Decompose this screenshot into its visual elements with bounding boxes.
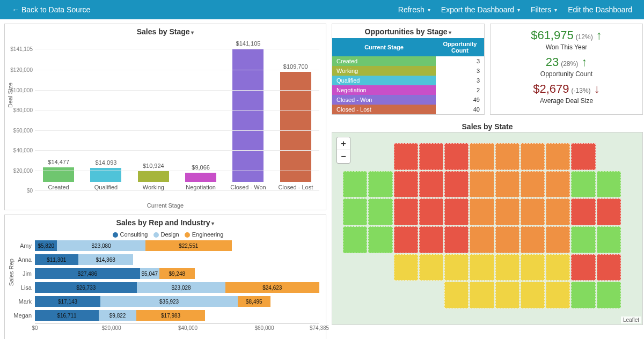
state-region[interactable]: [419, 226, 443, 253]
chart-title[interactable]: Sales by Rep and Industry: [5, 215, 326, 229]
state-region[interactable]: [495, 226, 519, 253]
state-region[interactable]: [597, 226, 621, 253]
state-region[interactable]: [470, 226, 494, 253]
state-region[interactable]: [571, 171, 595, 198]
state-region[interactable]: [343, 171, 367, 198]
state-region[interactable]: [571, 282, 595, 308]
bar-segment[interactable]: $23,080: [57, 240, 145, 251]
state-region[interactable]: [444, 198, 469, 225]
state-region[interactable]: [470, 254, 494, 281]
state-region[interactable]: [394, 254, 418, 281]
state-region[interactable]: [368, 171, 392, 198]
bar-segment[interactable]: $11,301: [35, 254, 78, 265]
state-region[interactable]: [597, 254, 621, 281]
filters-menu[interactable]: Filters: [525, 5, 562, 14]
state-region[interactable]: [343, 198, 367, 225]
state-region[interactable]: [521, 282, 545, 308]
edit-dashboard-link[interactable]: Edit the Dashboard: [562, 5, 638, 14]
state-region[interactable]: [470, 143, 494, 170]
chart-title[interactable]: Sales by Stage: [5, 24, 326, 38]
state-region[interactable]: [495, 171, 519, 198]
bar-segment[interactable]: $24,623: [225, 282, 319, 293]
bar-segment[interactable]: $8,495: [238, 296, 270, 307]
state-region[interactable]: [521, 254, 545, 281]
bar-segment[interactable]: $23,028: [137, 282, 225, 293]
bar-segment[interactable]: $16,711: [35, 310, 99, 321]
bar-segment[interactable]: $5,820: [35, 240, 57, 251]
map-container[interactable]: + − Leaflet: [332, 132, 643, 325]
state-region[interactable]: [495, 254, 519, 281]
state-region[interactable]: [394, 143, 418, 170]
state-region[interactable]: [495, 282, 519, 308]
table-row[interactable]: Closed - Won49: [332, 95, 484, 105]
state-region[interactable]: [495, 198, 519, 225]
state-region[interactable]: [571, 254, 595, 281]
state-region[interactable]: [571, 143, 595, 170]
state-region[interactable]: [597, 282, 621, 308]
state-region[interactable]: [521, 143, 545, 170]
bar-segment[interactable]: $9,248: [159, 268, 195, 279]
state-region[interactable]: [444, 143, 469, 170]
state-region[interactable]: [444, 254, 469, 281]
bar-segment[interactable]: $5,047: [140, 268, 159, 279]
state-region[interactable]: [597, 198, 621, 225]
state-region[interactable]: [470, 198, 494, 225]
state-region[interactable]: [394, 171, 418, 198]
bar-segment[interactable]: $14,368: [78, 254, 133, 265]
table-row[interactable]: Created3: [332, 56, 484, 66]
state-region[interactable]: [546, 198, 570, 225]
state-region[interactable]: [470, 171, 494, 198]
state-region[interactable]: [394, 198, 418, 225]
state-region[interactable]: [368, 198, 392, 225]
state-region[interactable]: [597, 171, 621, 198]
bar-segment[interactable]: $17,143: [35, 296, 100, 307]
stacked-bar-chart: Sales Rep Amy$5,820$23,080$22,551Anna$11…: [5, 238, 326, 339]
state-region[interactable]: [368, 226, 392, 253]
export-menu[interactable]: Export the Dashboard: [436, 5, 525, 14]
state-region[interactable]: [521, 226, 545, 253]
state-region[interactable]: [419, 198, 443, 225]
state-region[interactable]: [419, 171, 443, 198]
kpi-value: $61,975(12%): [494, 28, 639, 42]
table-row[interactable]: Working3: [332, 66, 484, 76]
state-region[interactable]: [394, 226, 418, 253]
state-region[interactable]: [495, 143, 519, 170]
bar[interactable]: $141,105: [232, 49, 264, 182]
bar-segment[interactable]: $9,822: [99, 310, 136, 321]
state-region[interactable]: [419, 143, 443, 170]
state-region[interactable]: [521, 171, 545, 198]
zoom-in-button[interactable]: +: [337, 137, 350, 150]
bar[interactable]: $109,700: [280, 72, 311, 182]
bar-segment[interactable]: $22,551: [145, 240, 232, 251]
state-region[interactable]: [470, 282, 494, 308]
map-view[interactable]: + − Leaflet: [332, 132, 642, 325]
zoom-out-button[interactable]: −: [337, 150, 350, 163]
table-row[interactable]: Negotiation2: [332, 85, 484, 95]
bar[interactable]: $14,477: [43, 167, 74, 182]
bar-segment[interactable]: $17,983: [136, 310, 205, 321]
state-region[interactable]: [343, 226, 367, 253]
chart-title[interactable]: Sales by State: [332, 119, 643, 132]
bar-segment[interactable]: $26,733: [35, 282, 137, 293]
state-region[interactable]: [444, 226, 469, 253]
state-region[interactable]: [444, 282, 469, 308]
table-row[interactable]: Closed - Lost40: [332, 105, 484, 114]
table-row[interactable]: Qualified3: [332, 76, 484, 85]
state-region[interactable]: [546, 226, 570, 253]
back-link[interactable]: Back to Data Source: [6, 5, 96, 14]
state-region[interactable]: [546, 171, 570, 198]
bar-segment[interactable]: $35,923: [100, 296, 238, 307]
state-region[interactable]: [571, 198, 595, 225]
bar[interactable]: $10,924: [138, 171, 169, 182]
refresh-menu[interactable]: Refresh: [393, 5, 436, 14]
state-region[interactable]: [521, 198, 545, 225]
state-region[interactable]: [546, 254, 570, 281]
bar[interactable]: $9,066: [185, 173, 216, 182]
state-region[interactable]: [546, 143, 570, 170]
state-region[interactable]: [546, 282, 570, 308]
chart-title[interactable]: Opportunities by Stage: [332, 24, 484, 38]
bar-segment[interactable]: $27,486: [35, 268, 140, 279]
state-region[interactable]: [571, 226, 595, 253]
state-region[interactable]: [444, 171, 469, 198]
state-region[interactable]: [419, 254, 443, 281]
